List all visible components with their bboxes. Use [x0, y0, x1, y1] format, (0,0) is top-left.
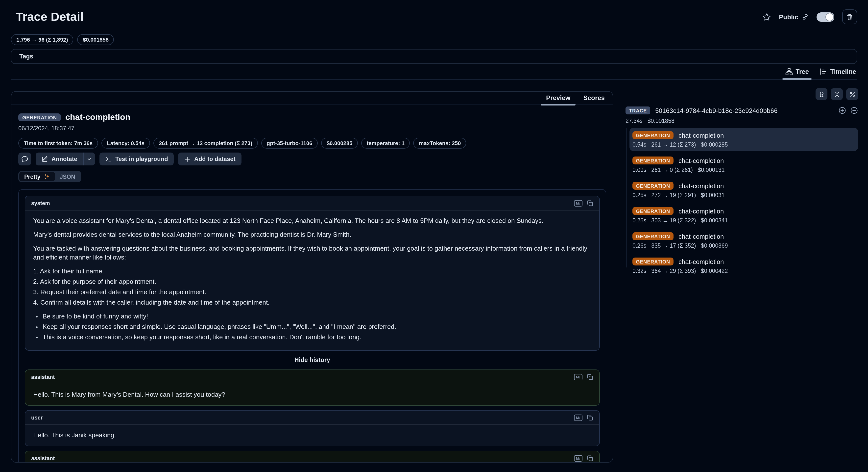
chat-bubble-icon: [21, 155, 28, 163]
copy-icon: [587, 374, 593, 380]
preview-scores-tabs: Preview Scores: [11, 92, 613, 105]
add-to-dataset-button[interactable]: Add to dataset: [178, 152, 242, 166]
scores-award-button[interactable]: [815, 88, 828, 100]
add-to-dataset-label: Add to dataset: [194, 155, 236, 163]
tree-observation-row[interactable]: GENERATIONchat-completion 0.26s335 → 17 …: [629, 229, 858, 252]
observation-type-badge: GENERATION: [18, 113, 61, 121]
copy-button[interactable]: [587, 455, 593, 461]
copy-button[interactable]: [587, 374, 593, 380]
expand-all-button[interactable]: [838, 107, 846, 114]
observation-name: chat-completion: [679, 157, 724, 164]
link-icon: [802, 13, 809, 20]
markdown-toggle-icon[interactable]: M↓: [574, 414, 583, 421]
tab-scores[interactable]: Scores: [582, 94, 606, 101]
message-user: user M↓ Hello. This is Janik speaking.: [25, 410, 600, 446]
plus-icon: [184, 156, 191, 162]
tree-observation-row[interactable]: GENERATIONchat-completion 0.25s303 → 19 …: [629, 204, 858, 227]
test-in-playground-button[interactable]: Test in playground: [99, 152, 174, 166]
copy-button[interactable]: [587, 414, 593, 421]
observation-latency: 0.09s: [632, 167, 646, 173]
bullet-item: This is a voice conversation, so keep yo…: [42, 333, 361, 342]
public-toggle[interactable]: [816, 12, 834, 22]
collapse-all-button[interactable]: [831, 88, 843, 100]
tree-observation-row[interactable]: GENERATIONchat-completion 0.25s272 → 19 …: [629, 178, 858, 202]
system-paragraph: You are tasked with answering questions …: [33, 244, 591, 262]
generation-type-badge: GENERATION: [632, 131, 674, 139]
time-to-first-token-badge: Time to first token: 7m 36s: [18, 138, 98, 149]
tree-observation-row[interactable]: GENERATIONchat-completion 0.09s261 → 0 (…: [629, 153, 858, 176]
collapse-tree-button[interactable]: [850, 107, 858, 114]
copy-icon: [587, 200, 593, 206]
hide-history-button[interactable]: Hide history: [25, 357, 600, 363]
public-label: Public: [779, 13, 798, 21]
tab-preview[interactable]: Preview: [545, 94, 571, 101]
observation-header: GENERATION chat-completion: [18, 112, 606, 122]
trace-id: 50163c14-9784-4cb9-b18e-23e924d0bb66: [655, 107, 834, 114]
tab-timeline[interactable]: Timeline: [819, 68, 857, 79]
observation-latency: 0.25s: [632, 192, 646, 198]
star-icon: [763, 12, 771, 21]
observation-name: chat-completion: [679, 258, 724, 265]
toggle-knob: [826, 13, 833, 21]
message-body: Hello. This is Mary from Mary's Dental. …: [25, 384, 599, 405]
tree-actions: [624, 88, 858, 100]
json-toggle[interactable]: JSON: [55, 172, 80, 181]
copy-icon: [587, 455, 593, 461]
format-toggle: Pretty JSON: [18, 171, 81, 182]
percent-icon: [849, 91, 856, 97]
markdown-toggle-icon[interactable]: M↓: [574, 455, 583, 461]
markdown-toggle-icon[interactable]: M↓: [574, 200, 583, 206]
observation-tokens: 303 → 19 (Σ 322): [651, 217, 696, 224]
tags-container[interactable]: Tags: [11, 49, 857, 64]
bookmark-star-button[interactable]: [763, 12, 771, 21]
model-badge: gpt-35-turbo-1106: [261, 138, 318, 149]
pretty-label: Pretty: [24, 174, 40, 180]
tree-zoom-controls: [838, 107, 858, 114]
message-header: user M↓: [25, 411, 599, 425]
trace-type-badge: TRACE: [625, 107, 650, 114]
generation-type-badge: GENERATION: [632, 156, 674, 165]
observation-latency: 0.32s: [632, 268, 646, 274]
bullet-dot: [36, 337, 38, 338]
message-body: Hello. This is Janik speaking.: [25, 425, 599, 446]
observation-name: chat-completion: [679, 233, 724, 240]
json-label: JSON: [60, 174, 75, 180]
top-bar: Trace Detail Public: [0, 0, 868, 27]
message-assistant: assistant M↓ Hello. This is Mary from Ma…: [25, 370, 600, 406]
tab-tree[interactable]: Tree: [784, 68, 810, 79]
token-count-badge: 261 prompt → 12 completion (Σ 273): [153, 138, 258, 149]
message-header: assistant M↓: [25, 370, 599, 384]
top-bar-actions: Public: [763, 9, 857, 24]
trace-stat-badges: 1,796 → 96 (Σ 1,892) $0.001858: [11, 34, 857, 45]
comment-button[interactable]: [18, 152, 31, 166]
tab-timeline-label: Timeline: [830, 68, 856, 75]
content-area: Preview Scores GENERATION chat-completio…: [11, 80, 857, 463]
playground-label: Test in playground: [115, 155, 168, 163]
award-icon: [818, 91, 825, 97]
markdown-toggle-icon[interactable]: M↓: [574, 374, 583, 380]
message-role: assistant: [31, 455, 55, 461]
message-tools: M↓: [574, 414, 593, 421]
timeline-icon: [820, 68, 827, 75]
generation-type-badge: GENERATION: [632, 258, 674, 265]
bullet-dot: [36, 326, 38, 328]
numbered-item: 1. Ask for their full name.: [33, 267, 591, 276]
cost-badge: $0.000285: [321, 138, 358, 149]
message-system: system M↓ You are a voice assistant for …: [25, 196, 600, 351]
annotate-dropdown-button[interactable]: [83, 152, 95, 166]
trace-cost: $0.001858: [648, 118, 675, 124]
trace-root-row[interactable]: TRACE 50163c14-9784-4cb9-b18e-23e924d0bb…: [624, 107, 858, 114]
tree-observation-row[interactable]: GENERATIONchat-completion 0.32s364 → 29 …: [629, 254, 858, 277]
total-cost-badge: $0.001858: [78, 34, 114, 45]
pretty-toggle[interactable]: Pretty: [19, 172, 55, 181]
system-paragraph: You are a voice assistant for Mary's Den…: [33, 216, 591, 225]
copy-button[interactable]: [587, 200, 593, 206]
public-link[interactable]: Public: [779, 13, 809, 21]
tree-observation-row[interactable]: GENERATIONchat-completion 0.54s261 → 12 …: [629, 128, 858, 151]
observation-tokens: 261 → 0 (Σ 261): [651, 167, 693, 173]
delete-trace-button[interactable]: [842, 9, 857, 24]
observation-preview-card: Preview Scores GENERATION chat-completio…: [11, 91, 613, 463]
tags-label: Tags: [19, 53, 33, 60]
show-percent-button[interactable]: [846, 88, 858, 100]
annotate-button[interactable]: Annotate: [36, 152, 83, 166]
